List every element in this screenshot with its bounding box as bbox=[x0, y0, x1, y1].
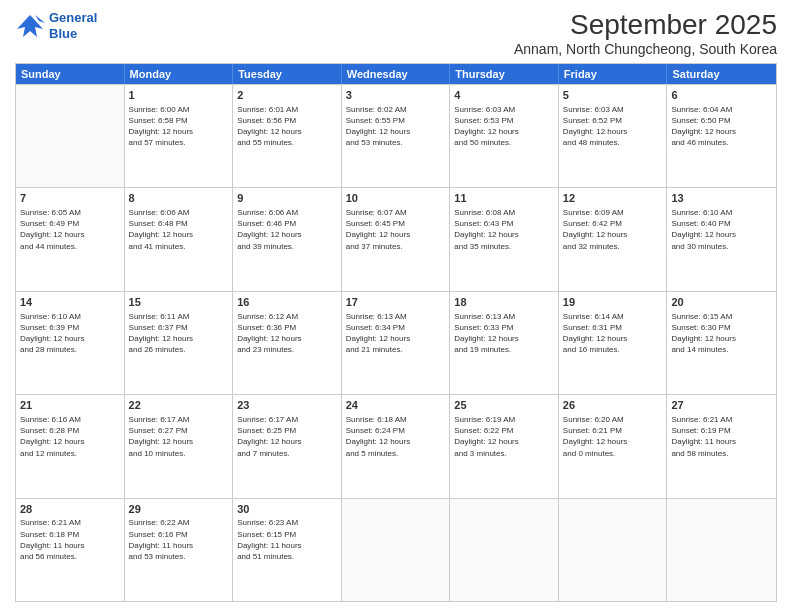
day-cell-29: 29Sunrise: 6:22 AM Sunset: 6:16 PM Dayli… bbox=[125, 499, 234, 601]
day-content: Sunrise: 6:12 AM Sunset: 6:36 PM Dayligh… bbox=[237, 311, 337, 356]
header-day-tuesday: Tuesday bbox=[233, 64, 342, 84]
day-content: Sunrise: 6:11 AM Sunset: 6:37 PM Dayligh… bbox=[129, 311, 229, 356]
day-content: Sunrise: 6:08 AM Sunset: 6:43 PM Dayligh… bbox=[454, 207, 554, 252]
location-title: Annam, North Chungcheong, South Korea bbox=[514, 41, 777, 57]
header-day-friday: Friday bbox=[559, 64, 668, 84]
day-cell-empty bbox=[450, 499, 559, 601]
day-number: 23 bbox=[237, 398, 337, 413]
day-cell-2: 2Sunrise: 6:01 AM Sunset: 6:56 PM Daylig… bbox=[233, 85, 342, 187]
header-day-monday: Monday bbox=[125, 64, 234, 84]
day-content: Sunrise: 6:05 AM Sunset: 6:49 PM Dayligh… bbox=[20, 207, 120, 252]
day-number: 9 bbox=[237, 191, 337, 206]
calendar-header: SundayMondayTuesdayWednesdayThursdayFrid… bbox=[16, 64, 776, 84]
day-cell-10: 10Sunrise: 6:07 AM Sunset: 6:45 PM Dayli… bbox=[342, 188, 451, 290]
calendar: SundayMondayTuesdayWednesdayThursdayFrid… bbox=[15, 63, 777, 602]
day-content: Sunrise: 6:20 AM Sunset: 6:21 PM Dayligh… bbox=[563, 414, 663, 459]
day-number: 16 bbox=[237, 295, 337, 310]
day-number: 28 bbox=[20, 502, 120, 517]
header-day-saturday: Saturday bbox=[667, 64, 776, 84]
day-content: Sunrise: 6:02 AM Sunset: 6:55 PM Dayligh… bbox=[346, 104, 446, 149]
day-content: Sunrise: 6:22 AM Sunset: 6:16 PM Dayligh… bbox=[129, 517, 229, 562]
day-number: 4 bbox=[454, 88, 554, 103]
day-cell-21: 21Sunrise: 6:16 AM Sunset: 6:28 PM Dayli… bbox=[16, 395, 125, 497]
day-cell-15: 15Sunrise: 6:11 AM Sunset: 6:37 PM Dayli… bbox=[125, 292, 234, 394]
day-number: 30 bbox=[237, 502, 337, 517]
day-cell-11: 11Sunrise: 6:08 AM Sunset: 6:43 PM Dayli… bbox=[450, 188, 559, 290]
day-number: 19 bbox=[563, 295, 663, 310]
week-row-0: 1Sunrise: 6:00 AM Sunset: 6:58 PM Daylig… bbox=[16, 84, 776, 187]
logo-text: General Blue bbox=[49, 10, 97, 41]
day-cell-5: 5Sunrise: 6:03 AM Sunset: 6:52 PM Daylig… bbox=[559, 85, 668, 187]
day-content: Sunrise: 6:10 AM Sunset: 6:40 PM Dayligh… bbox=[671, 207, 772, 252]
day-cell-18: 18Sunrise: 6:13 AM Sunset: 6:33 PM Dayli… bbox=[450, 292, 559, 394]
page: General Blue September 2025 Annam, North… bbox=[0, 0, 792, 612]
day-number: 27 bbox=[671, 398, 772, 413]
day-number: 11 bbox=[454, 191, 554, 206]
day-cell-6: 6Sunrise: 6:04 AM Sunset: 6:50 PM Daylig… bbox=[667, 85, 776, 187]
day-number: 7 bbox=[20, 191, 120, 206]
day-number: 14 bbox=[20, 295, 120, 310]
day-content: Sunrise: 6:19 AM Sunset: 6:22 PM Dayligh… bbox=[454, 414, 554, 459]
week-row-4: 28Sunrise: 6:21 AM Sunset: 6:18 PM Dayli… bbox=[16, 498, 776, 601]
day-content: Sunrise: 6:18 AM Sunset: 6:24 PM Dayligh… bbox=[346, 414, 446, 459]
day-number: 29 bbox=[129, 502, 229, 517]
day-content: Sunrise: 6:17 AM Sunset: 6:27 PM Dayligh… bbox=[129, 414, 229, 459]
header-day-wednesday: Wednesday bbox=[342, 64, 451, 84]
day-cell-26: 26Sunrise: 6:20 AM Sunset: 6:21 PM Dayli… bbox=[559, 395, 668, 497]
day-cell-22: 22Sunrise: 6:17 AM Sunset: 6:27 PM Dayli… bbox=[125, 395, 234, 497]
day-number: 6 bbox=[671, 88, 772, 103]
day-content: Sunrise: 6:23 AM Sunset: 6:15 PM Dayligh… bbox=[237, 517, 337, 562]
week-row-1: 7Sunrise: 6:05 AM Sunset: 6:49 PM Daylig… bbox=[16, 187, 776, 290]
day-number: 2 bbox=[237, 88, 337, 103]
week-row-2: 14Sunrise: 6:10 AM Sunset: 6:39 PM Dayli… bbox=[16, 291, 776, 394]
day-content: Sunrise: 6:04 AM Sunset: 6:50 PM Dayligh… bbox=[671, 104, 772, 149]
day-content: Sunrise: 6:03 AM Sunset: 6:52 PM Dayligh… bbox=[563, 104, 663, 149]
day-number: 21 bbox=[20, 398, 120, 413]
day-content: Sunrise: 6:07 AM Sunset: 6:45 PM Dayligh… bbox=[346, 207, 446, 252]
day-cell-19: 19Sunrise: 6:14 AM Sunset: 6:31 PM Dayli… bbox=[559, 292, 668, 394]
day-number: 24 bbox=[346, 398, 446, 413]
day-content: Sunrise: 6:13 AM Sunset: 6:33 PM Dayligh… bbox=[454, 311, 554, 356]
day-cell-17: 17Sunrise: 6:13 AM Sunset: 6:34 PM Dayli… bbox=[342, 292, 451, 394]
day-number: 10 bbox=[346, 191, 446, 206]
day-content: Sunrise: 6:17 AM Sunset: 6:25 PM Dayligh… bbox=[237, 414, 337, 459]
month-title: September 2025 bbox=[514, 10, 777, 41]
day-content: Sunrise: 6:21 AM Sunset: 6:19 PM Dayligh… bbox=[671, 414, 772, 459]
day-number: 3 bbox=[346, 88, 446, 103]
day-number: 13 bbox=[671, 191, 772, 206]
day-number: 22 bbox=[129, 398, 229, 413]
logo-icon bbox=[15, 11, 45, 41]
header: General Blue September 2025 Annam, North… bbox=[15, 10, 777, 57]
day-cell-16: 16Sunrise: 6:12 AM Sunset: 6:36 PM Dayli… bbox=[233, 292, 342, 394]
day-number: 20 bbox=[671, 295, 772, 310]
day-content: Sunrise: 6:01 AM Sunset: 6:56 PM Dayligh… bbox=[237, 104, 337, 149]
calendar-body: 1Sunrise: 6:00 AM Sunset: 6:58 PM Daylig… bbox=[16, 84, 776, 601]
day-cell-20: 20Sunrise: 6:15 AM Sunset: 6:30 PM Dayli… bbox=[667, 292, 776, 394]
day-content: Sunrise: 6:03 AM Sunset: 6:53 PM Dayligh… bbox=[454, 104, 554, 149]
week-row-3: 21Sunrise: 6:16 AM Sunset: 6:28 PM Dayli… bbox=[16, 394, 776, 497]
title-block: September 2025 Annam, North Chungcheong,… bbox=[514, 10, 777, 57]
day-cell-empty bbox=[667, 499, 776, 601]
logo: General Blue bbox=[15, 10, 97, 41]
day-content: Sunrise: 6:00 AM Sunset: 6:58 PM Dayligh… bbox=[129, 104, 229, 149]
day-cell-empty bbox=[342, 499, 451, 601]
day-number: 1 bbox=[129, 88, 229, 103]
day-cell-24: 24Sunrise: 6:18 AM Sunset: 6:24 PM Dayli… bbox=[342, 395, 451, 497]
day-cell-3: 3Sunrise: 6:02 AM Sunset: 6:55 PM Daylig… bbox=[342, 85, 451, 187]
day-content: Sunrise: 6:14 AM Sunset: 6:31 PM Dayligh… bbox=[563, 311, 663, 356]
header-day-sunday: Sunday bbox=[16, 64, 125, 84]
day-cell-4: 4Sunrise: 6:03 AM Sunset: 6:53 PM Daylig… bbox=[450, 85, 559, 187]
day-content: Sunrise: 6:21 AM Sunset: 6:18 PM Dayligh… bbox=[20, 517, 120, 562]
svg-marker-1 bbox=[35, 15, 45, 23]
logo-line2: Blue bbox=[49, 26, 77, 41]
day-number: 18 bbox=[454, 295, 554, 310]
day-cell-8: 8Sunrise: 6:06 AM Sunset: 6:48 PM Daylig… bbox=[125, 188, 234, 290]
day-number: 25 bbox=[454, 398, 554, 413]
day-cell-14: 14Sunrise: 6:10 AM Sunset: 6:39 PM Dayli… bbox=[16, 292, 125, 394]
day-cell-23: 23Sunrise: 6:17 AM Sunset: 6:25 PM Dayli… bbox=[233, 395, 342, 497]
day-content: Sunrise: 6:13 AM Sunset: 6:34 PM Dayligh… bbox=[346, 311, 446, 356]
day-cell-27: 27Sunrise: 6:21 AM Sunset: 6:19 PM Dayli… bbox=[667, 395, 776, 497]
header-day-thursday: Thursday bbox=[450, 64, 559, 84]
day-cell-25: 25Sunrise: 6:19 AM Sunset: 6:22 PM Dayli… bbox=[450, 395, 559, 497]
day-number: 26 bbox=[563, 398, 663, 413]
